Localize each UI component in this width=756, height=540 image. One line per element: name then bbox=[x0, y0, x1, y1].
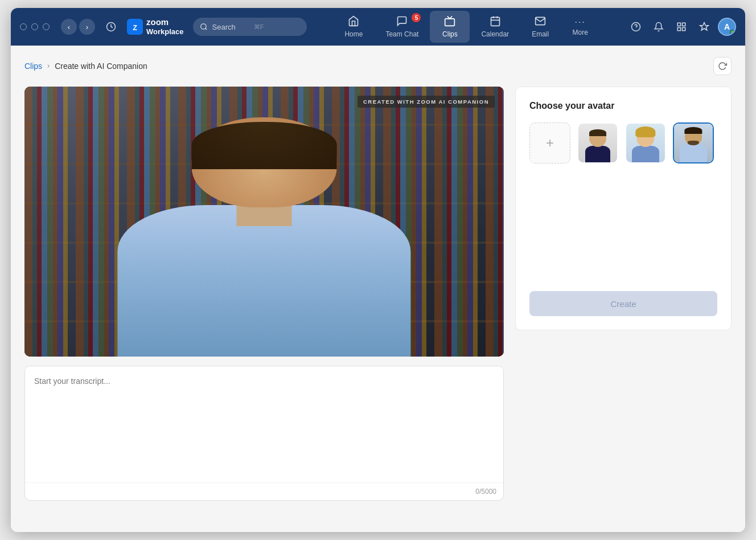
history-button[interactable] bbox=[102, 18, 120, 36]
tab-email[interactable]: Email bbox=[520, 11, 560, 43]
breadcrumb: Clips Create with AI Companion bbox=[24, 57, 732, 75]
transcript-input[interactable] bbox=[25, 366, 503, 480]
svg-rect-14 bbox=[683, 28, 685, 31]
pin-button[interactable] bbox=[695, 18, 713, 36]
avatar-option-1[interactable] bbox=[577, 122, 618, 163]
svg-rect-13 bbox=[683, 23, 685, 26]
forward-button[interactable]: › bbox=[79, 19, 95, 35]
tab-calendar-label: Calendar bbox=[481, 30, 509, 38]
titlebar-right: A bbox=[627, 18, 736, 36]
search-placeholder: Search bbox=[212, 23, 236, 31]
user-avatar[interactable]: A bbox=[718, 18, 736, 36]
main-content: Clips Create with AI Companion bbox=[11, 46, 745, 532]
av1-body bbox=[585, 146, 610, 162]
chat-icon bbox=[396, 15, 408, 28]
user-initial: A bbox=[724, 22, 730, 31]
svg-rect-15 bbox=[677, 28, 680, 31]
nav-tabs: Home 5 Team Chat Clips bbox=[314, 11, 620, 43]
person-figure bbox=[92, 122, 437, 357]
svg-rect-5 bbox=[445, 19, 455, 26]
zoom-logo-icon: Z bbox=[127, 19, 143, 35]
maximize-dot bbox=[43, 23, 50, 30]
svg-rect-12 bbox=[677, 23, 680, 26]
avatar-option-3[interactable] bbox=[673, 122, 714, 163]
close-dot bbox=[20, 23, 27, 30]
svg-line-4 bbox=[205, 28, 207, 30]
online-status-dot bbox=[730, 30, 735, 35]
calendar-icon bbox=[490, 15, 501, 28]
av3-hair bbox=[684, 127, 702, 134]
search-shortcut: ⌘F bbox=[254, 23, 264, 31]
tab-calendar[interactable]: Calendar bbox=[470, 11, 520, 43]
email-icon bbox=[535, 15, 546, 28]
person-body bbox=[117, 205, 410, 357]
add-avatar-button[interactable]: + bbox=[529, 122, 570, 163]
layout-button[interactable] bbox=[672, 18, 691, 36]
char-count: 0/5000 bbox=[475, 488, 496, 496]
svg-point-3 bbox=[200, 24, 206, 29]
window-controls bbox=[20, 23, 50, 30]
help-button[interactable] bbox=[627, 18, 645, 36]
avatar-1-visual bbox=[578, 124, 617, 162]
left-column: CREATED WITH ZOOM AI COMPANION 0/5000 bbox=[24, 87, 504, 501]
avatar-3-visual bbox=[674, 124, 713, 162]
person-container bbox=[24, 87, 504, 357]
av2-hair bbox=[635, 126, 655, 137]
refresh-icon bbox=[718, 62, 727, 71]
team-chat-badge: 5 bbox=[412, 13, 421, 22]
avatar-grid: + bbox=[529, 122, 717, 163]
tab-team-chat[interactable]: 5 Team Chat bbox=[374, 11, 430, 43]
breadcrumb-current-page: Create with AI Companion bbox=[55, 62, 147, 71]
tab-more[interactable]: ··· More bbox=[560, 13, 600, 41]
create-button[interactable]: Create bbox=[529, 291, 717, 316]
clips-icon bbox=[444, 15, 455, 28]
tab-clips[interactable]: Clips bbox=[430, 11, 470, 43]
avatar-2-visual bbox=[626, 124, 665, 162]
svg-rect-6 bbox=[491, 17, 499, 26]
tab-clips-label: Clips bbox=[442, 30, 458, 38]
app-window: ‹ › Z zoom Workplace Search ⌘F bbox=[11, 8, 745, 532]
av1-hair bbox=[589, 129, 606, 136]
zoom-logo: Z zoom Workplace bbox=[127, 17, 184, 36]
video-preview: CREATED WITH ZOOM AI COMPANION bbox=[24, 87, 504, 357]
person-hair bbox=[192, 122, 337, 169]
tab-email-label: Email bbox=[532, 30, 549, 38]
svg-text:Z: Z bbox=[133, 24, 137, 32]
av2-body bbox=[632, 146, 659, 162]
video-watermark: CREATED WITH ZOOM AI COMPANION bbox=[358, 96, 495, 108]
search-bar[interactable]: Search ⌘F bbox=[193, 18, 307, 36]
more-icon: ··· bbox=[574, 18, 585, 27]
breadcrumb-clips-link[interactable]: Clips bbox=[24, 62, 42, 71]
main-grid: CREATED WITH ZOOM AI COMPANION 0/5000 Ch… bbox=[24, 87, 732, 501]
add-icon: + bbox=[546, 135, 554, 151]
tab-team-chat-label: Team Chat bbox=[385, 30, 418, 38]
refresh-button[interactable] bbox=[713, 57, 732, 75]
tab-home[interactable]: Home bbox=[333, 11, 374, 43]
nav-arrows: ‹ › bbox=[61, 19, 95, 35]
avatar-option-2[interactable] bbox=[625, 122, 666, 163]
minimize-dot bbox=[31, 23, 38, 30]
right-panel: Choose your avatar + bbox=[515, 87, 732, 330]
tab-home-label: Home bbox=[344, 30, 363, 38]
search-icon bbox=[200, 23, 208, 31]
back-button[interactable]: ‹ bbox=[61, 19, 77, 35]
transcript-footer: 0/5000 bbox=[25, 482, 503, 500]
home-icon bbox=[348, 15, 359, 28]
breadcrumb-separator bbox=[46, 62, 51, 71]
notifications-button[interactable] bbox=[650, 18, 668, 36]
tab-more-label: More bbox=[572, 28, 587, 36]
av3-body bbox=[680, 144, 708, 162]
avatar-section-title: Choose your avatar bbox=[529, 101, 717, 111]
titlebar: ‹ › Z zoom Workplace Search ⌘F bbox=[11, 8, 745, 46]
transcript-area: 0/5000 bbox=[24, 366, 504, 501]
video-bg-simulation bbox=[24, 87, 504, 357]
logo-text: zoom Workplace bbox=[146, 17, 184, 36]
create-btn-area: Create bbox=[529, 163, 717, 316]
